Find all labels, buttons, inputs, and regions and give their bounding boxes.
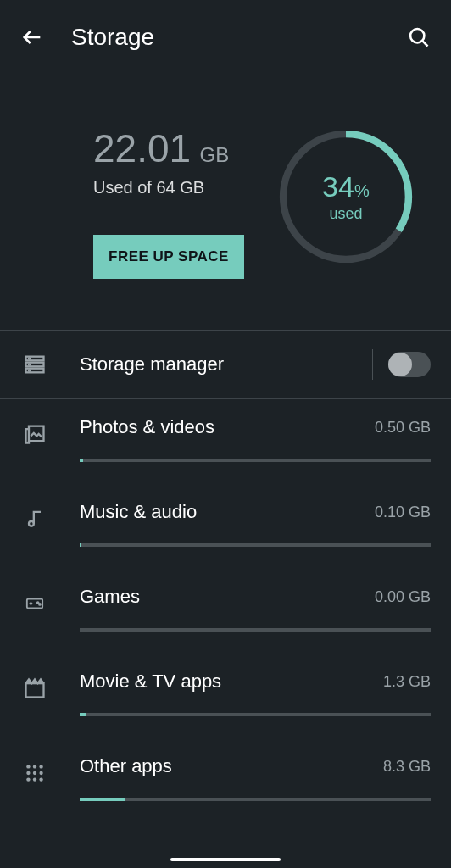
category-other[interactable]: Other apps8.3 GB: [0, 738, 451, 823]
photos-icon: [20, 420, 49, 448]
category-progress-bar: [80, 459, 431, 462]
movies-icon: [20, 674, 49, 703]
svg-point-8: [29, 370, 30, 370]
usage-ring: 34% used: [275, 125, 417, 268]
svg-point-0: [410, 29, 424, 42]
usage-percent: 34: [322, 170, 354, 203]
svg-point-10: [29, 521, 34, 526]
category-value: 8.3 GB: [383, 758, 431, 776]
category-progress-fill: [80, 798, 125, 801]
used-unit: GB: [200, 143, 230, 166]
other-icon: [20, 759, 49, 787]
category-value: 0.50 GB: [375, 419, 431, 437]
category-label: Music & audio: [80, 501, 197, 523]
toggle-knob: [388, 353, 412, 376]
svg-point-23: [39, 777, 42, 781]
category-body: Photos & videos0.50 GB: [80, 416, 431, 462]
storage-manager-toggle-wrap: [372, 349, 431, 380]
category-body: Music & audio0.10 GB: [80, 501, 431, 547]
app-header: Storage: [0, 0, 451, 75]
home-indicator[interactable]: [170, 858, 281, 861]
music-icon: [20, 504, 49, 533]
category-music[interactable]: Music & audio0.10 GB: [0, 484, 451, 569]
category-progress-bar: [80, 798, 431, 801]
category-photos[interactable]: Photos & videos0.50 GB: [0, 399, 451, 484]
category-progress-bar: [80, 713, 431, 716]
svg-point-20: [39, 771, 42, 775]
category-progress-fill: [80, 459, 83, 462]
category-label: Photos & videos: [80, 416, 214, 438]
category-progress-bar: [80, 543, 431, 547]
category-label: Games: [80, 586, 140, 608]
search-icon[interactable]: [407, 25, 431, 49]
storage-summary: 22.01 GB Used of 64 GB FREE UP SPACE 34%…: [0, 75, 451, 313]
toggle-divider: [372, 349, 373, 380]
storage-manager-label: Storage manager: [80, 353, 342, 376]
category-games[interactable]: Games0.00 GB: [0, 569, 451, 654]
category-body: Games0.00 GB: [80, 586, 431, 632]
svg-point-22: [33, 777, 36, 781]
category-progress-fill: [80, 713, 86, 716]
svg-point-7: [29, 364, 30, 364]
storage-categories: Photos & videos0.50 GBMusic & audio0.10 …: [0, 399, 451, 823]
category-body: Movie & TV apps1.3 GB: [80, 670, 431, 716]
svg-point-12: [37, 602, 39, 604]
svg-rect-9: [29, 426, 44, 442]
used-subtitle: Used of 64 GB: [93, 178, 244, 198]
storage-manager-toggle[interactable]: [388, 352, 431, 377]
games-icon: [20, 589, 49, 618]
svg-point-17: [39, 765, 42, 768]
svg-point-16: [33, 765, 36, 768]
category-label: Movie & TV apps: [80, 670, 221, 693]
svg-point-13: [39, 604, 41, 605]
storage-manager-row[interactable]: Storage manager: [0, 331, 451, 399]
used-amount: 22.01: [93, 126, 191, 170]
category-label: Other apps: [80, 755, 172, 777]
category-progress-bar: [80, 628, 431, 632]
svg-point-18: [26, 771, 30, 775]
storage-summary-text: 22.01 GB Used of 64 GB FREE UP SPACE: [93, 125, 244, 279]
percent-symbol: %: [354, 181, 370, 200]
svg-point-15: [26, 765, 30, 768]
usage-percent-label: used: [322, 205, 370, 223]
category-movies[interactable]: Movie & TV apps1.3 GB: [0, 654, 451, 738]
category-value: 0.10 GB: [375, 504, 431, 521]
category-value: 1.3 GB: [383, 673, 431, 691]
storage-manager-icon: [20, 350, 49, 379]
svg-point-6: [29, 358, 30, 359]
usage-ring-label: 34% used: [322, 170, 370, 223]
svg-rect-14: [26, 683, 44, 697]
page-title: Storage: [71, 24, 154, 51]
back-icon[interactable]: [20, 25, 44, 49]
svg-point-21: [26, 777, 30, 781]
category-value: 0.00 GB: [375, 588, 431, 606]
category-progress-fill: [80, 543, 81, 547]
free-up-space-button[interactable]: FREE UP SPACE: [93, 235, 244, 279]
category-body: Other apps8.3 GB: [80, 755, 431, 801]
svg-point-19: [33, 771, 36, 775]
